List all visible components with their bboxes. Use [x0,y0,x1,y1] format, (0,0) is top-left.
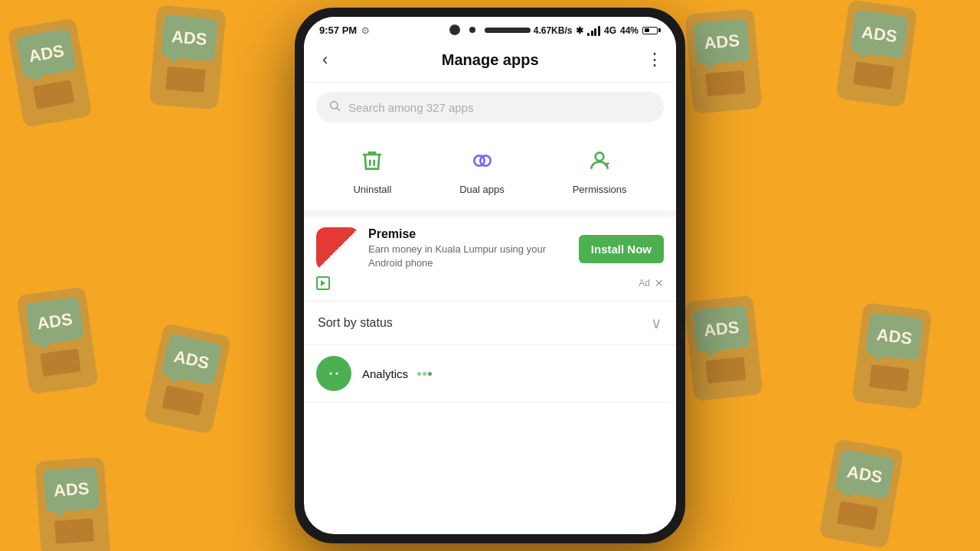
ad-text: Premise Earn money in Kuala Lumpur using… [368,227,570,270]
ads-icon-10: ADS [818,439,903,549]
svg-rect-11 [325,373,328,377]
search-icon [328,99,341,115]
loading-indicator [417,372,432,376]
ad-close-button[interactable]: ✕ [655,277,664,289]
page-title: Manage apps [442,51,539,69]
sort-by-status-row[interactable]: Sort by status ∨ [304,302,676,345]
down-circle-icon: ⊙ [361,25,369,36]
ads-icon-8: ADS [851,302,932,409]
ad-card: Premise Earn money in Kuala Lumpur using… [304,217,676,302]
phone-dot [469,27,475,33]
ad-app-name: Premise [368,227,570,241]
ad-badge: Ad ✕ [639,277,664,289]
install-now-button[interactable]: Install Now [579,235,664,263]
analytics-app-name: Analytics [362,367,432,380]
uninstall-label: Uninstall [353,184,391,195]
ad-app-desc: Earn money in Kuala Lumpur using your An… [368,243,570,270]
svg-point-4 [596,152,604,161]
ads-icon-6: ADS [143,323,231,435]
search-bar[interactable]: Search among 327 apps [316,92,664,122]
uninstall-icon [355,144,389,178]
search-bar-wrapper: Search among 327 apps [304,83,676,132]
dual-apps-label: Dual apps [459,184,505,195]
bluetooth-icon: ✱ [576,25,583,36]
ads-icon-9: ADS [35,457,111,551]
ad-label-text: Ad [639,278,650,289]
svg-marker-5 [321,280,325,286]
ads-icon-5: ADS [16,286,98,394]
ads-icon-1: ADS [7,18,92,128]
list-item: Analytics [304,345,676,403]
battery-icon [642,27,661,34]
dual-apps-icon [466,144,499,178]
action-uninstall[interactable]: Uninstall [353,144,391,195]
svg-point-7 [329,373,332,375]
status-left: 9:57 PM ⊙ [319,24,369,36]
battery-percent: 44% [620,25,639,36]
action-dual-apps[interactable]: Dual apps [459,144,505,195]
phone-device-wrapper: 9:57 PM ⊙ 4.67KB/s ✱ 4G 44% [295,8,685,543]
ad-footer: Ad ✕ [316,276,664,290]
loading-dot-3 [428,372,432,376]
ads-icon-4: ADS [835,0,917,108]
phone-device: 9:57 PM ⊙ 4.67KB/s ✱ 4G 44% [295,8,685,543]
svg-point-16 [338,364,340,366]
svg-line-15 [338,366,339,369]
svg-line-13 [328,366,330,369]
svg-rect-10 [335,379,338,383]
svg-rect-12 [340,373,342,377]
network-speed: 4.67KB/s [534,25,573,36]
sort-chevron-icon: ∨ [651,314,662,332]
analytics-app-icon [316,356,351,391]
svg-point-0 [331,102,338,109]
sort-label: Sort by status [318,316,393,330]
status-time: 9:57 PM [319,24,357,36]
bar-1 [587,33,590,36]
phone-camera [449,24,460,35]
top-navigation: ‹ Manage apps ⋮ [304,41,676,83]
ad-content: Premise Earn money in Kuala Lumpur using… [316,227,664,270]
quick-actions-bar: Uninstall Dual apps [304,132,676,217]
ad-app-icon [316,227,359,270]
bar-4 [598,26,600,36]
action-permissions[interactable]: Permissions [573,144,627,195]
permissions-label: Permissions [573,184,627,195]
svg-point-14 [328,364,329,366]
loading-dot-1 [417,372,421,376]
loading-dot-2 [423,372,426,376]
svg-point-6 [325,367,342,382]
status-right: 4.67KB/s ✱ 4G 44% [534,25,661,36]
phone-speaker [485,28,531,33]
ad-play-icon [316,276,330,290]
permissions-icon [583,144,616,178]
ads-icon-7: ADS [684,295,763,402]
ads-icon-3: ADS [685,8,763,113]
svg-point-8 [335,373,338,375]
svg-line-1 [337,108,340,111]
bar-3 [594,28,596,36]
ad-app-icon-inner [316,227,359,270]
back-button[interactable]: ‹ [316,47,334,73]
bar-2 [591,31,593,36]
network-type: 4G [604,25,616,36]
more-options-button[interactable]: ⋮ [646,50,664,70]
search-placeholder: Search among 327 apps [348,101,473,114]
signal-bars [587,25,600,36]
svg-rect-9 [329,379,332,383]
ads-icon-2: ADS [149,5,227,109]
phone-screen: 9:57 PM ⊙ 4.67KB/s ✱ 4G 44% [304,17,676,534]
phone-hardware-top [449,24,531,35]
